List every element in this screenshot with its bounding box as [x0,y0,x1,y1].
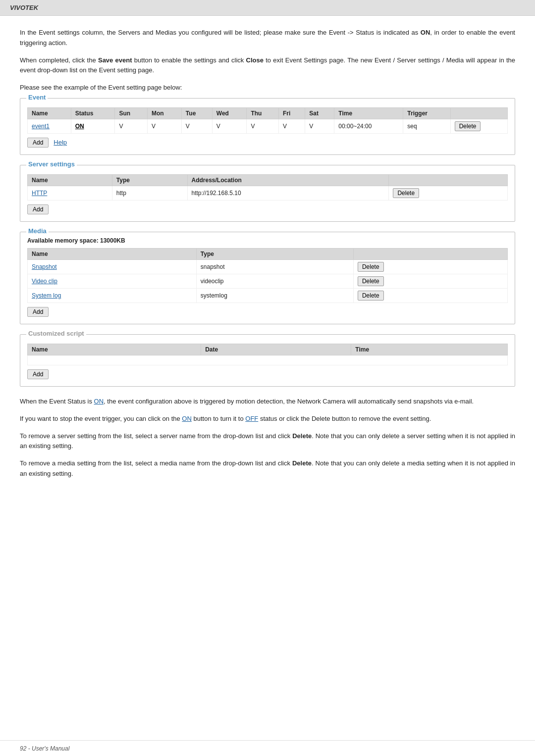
p2-mid: button to enable the settings and click [132,56,246,64]
server-section-title: Server settings [26,160,77,168]
p5-end: status or click the Delete button to rem… [258,415,431,422]
event1-sat: V [305,119,334,133]
custom-col-date: Date [201,344,351,355]
snapshot-link[interactable]: Snapshot [32,263,57,270]
event-add-button[interactable]: Add [27,138,49,148]
server-section: Server settings Name Type Address/Locati… [20,165,515,222]
p4-start: When the Event Status is [20,398,94,405]
event-section-title: Event [26,94,48,101]
event-table: Name Status Sun Mon Tue Wed Thu Fri Sat … [27,107,508,134]
custom-section: Customized script Name Date Time Add [20,334,515,387]
http-server-address: http://192.168.5.10 [187,186,389,200]
systemlog-link[interactable]: System log [32,292,61,299]
event1-link[interactable]: event1 [32,123,50,130]
event-col-time: Time [334,107,403,119]
server-col-address: Address/Location [187,174,389,186]
p1-on: ON [421,29,430,36]
event1-sun: V [115,119,148,133]
event-col-mon: Mon [148,107,182,119]
event-col-wed: Wed [212,107,247,119]
paragraph-2: When completed, click the Save event but… [20,55,515,76]
media-col-type: Type [196,248,353,259]
server-add-button[interactable]: Add [27,204,49,214]
systemlog-delete-button[interactable]: Delete [358,291,384,301]
paragraph-5: If you want to stop the event trigger, y… [20,414,515,424]
event1-wed: V [212,119,247,133]
event1-tue: V [181,119,212,133]
p2-text: When completed, click the [20,56,98,64]
p7-start: To remove a media setting from the list,… [20,459,292,467]
media-col-name: Name [28,248,197,259]
custom-col-time: Time [351,344,508,355]
paragraph-7: To remove a media setting from the list,… [20,458,515,479]
custom-col-name: Name [28,344,201,355]
event1-time: 00:00~24:00 [334,119,403,133]
media-section: Media Available memory space: 13000KB Na… [20,232,515,324]
event-col-trigger: Trigger [403,107,450,119]
server-table: Name Type Address/Location HTTP http htt… [27,174,508,201]
p5-mid: button to turn it to [192,415,245,422]
p6-bold: Delete [292,432,312,440]
media-add-button[interactable]: Add [27,307,49,317]
p4-end: , the event configuration above is trigg… [104,398,474,405]
snapshot-type: snapshot [196,259,353,274]
brand-logo: VIVOTEK [10,4,38,11]
event-col-fri: Fri [278,107,305,119]
systemlog-type: systemlog [196,288,353,302]
p6-start: To remove a server setting from the list… [20,432,292,440]
p5-off-link[interactable]: OFF [245,415,258,422]
media-table-header-row: Name Type [28,248,508,259]
event1-status[interactable]: ON [75,123,84,130]
custom-table: Name Date Time [27,344,508,365]
custom-section-title: Customized script [26,330,86,337]
event-help-link[interactable]: Help [54,139,67,146]
event-table-row: event1 ON V V V V V V V 00:00~24:00 seq … [28,119,508,133]
paragraph-4: When the Event Status is ON, the event c… [20,397,515,407]
event-col-status: Status [71,107,115,119]
media-section-title: Media [26,227,49,235]
custom-table-header-row: Name Date Time [28,344,508,355]
p7-bold: Delete [292,459,312,467]
event1-delete-button[interactable]: Delete [455,121,481,131]
p2-save: Save event [98,56,132,64]
event-col-sat: Sat [305,107,334,119]
snapshot-delete-button[interactable]: Delete [358,262,384,272]
custom-empty-row [28,355,508,365]
server-add-row: Add [27,204,508,214]
footer-bar: 92 - User's Manual [0,740,535,756]
paragraph-1: In the Event settings column, the Server… [20,28,515,49]
p5-on-link[interactable]: ON [182,415,192,422]
memory-info: Available memory space: 13000KB [27,237,508,244]
event1-thu: V [247,119,278,133]
media-table: Name Type Snapshot snapshot Delete Video… [27,248,508,303]
event-add-help-row: Add Help [27,138,508,148]
videoclip-link[interactable]: Video clip [32,278,57,285]
http-server-type: http [112,186,187,200]
media-row-systemlog: System log systemlog Delete [28,288,508,302]
main-content: In the Event settings column, the Server… [0,16,535,506]
media-col-action [353,248,507,259]
event-col-action [450,107,507,119]
custom-add-button[interactable]: Add [27,369,49,379]
server-col-type: Type [112,174,187,186]
videoclip-delete-button[interactable]: Delete [358,276,384,286]
footer-text: 92 - User's Manual [20,745,69,752]
media-add-row: Add [27,307,508,317]
http-server-link[interactable]: HTTP [32,190,47,197]
p4-on-link[interactable]: ON [94,398,104,405]
paragraph-3: Please see the example of the Event sett… [20,83,515,93]
p5-start: If you want to stop the event trigger, y… [20,415,182,422]
event1-mon: V [148,119,182,133]
server-col-name: Name [28,174,112,186]
paragraph-6: To remove a server setting from the list… [20,431,515,452]
http-server-delete-button[interactable]: Delete [393,188,419,198]
media-row-videoclip: Video clip videoclip Delete [28,274,508,288]
event1-fri: V [278,119,305,133]
videoclip-type: videoclip [196,274,353,288]
p1-text: In the Event settings column, the Server… [20,29,421,36]
server-table-row: HTTP http http://192.168.5.10 Delete [28,186,508,200]
event-section: Event Name Status Sun Mon Tue Wed Thu Fr… [20,98,515,155]
custom-add-row: Add [27,369,508,379]
event1-trigger: seq [403,119,450,133]
p2-close: Close [246,56,264,64]
